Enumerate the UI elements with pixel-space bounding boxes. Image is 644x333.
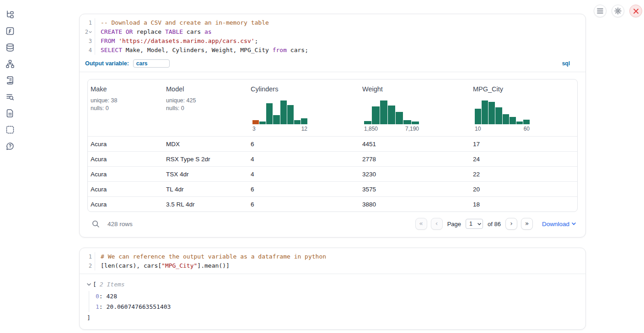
table-cell: 6 [248, 186, 360, 193]
histogram-bar [259, 122, 266, 124]
items-count-label: 2 Items [100, 281, 125, 288]
histogram-bar [482, 100, 488, 124]
histogram-bar [396, 112, 403, 124]
column-stats: unique: 425nulls: 0 [166, 97, 244, 112]
histogram-bar [266, 103, 273, 124]
code-text: -- Download a CSV and create an in-memor… [101, 18, 269, 27]
table-footer: 428 rows « ‹ Page 1 of 86 › » Download [87, 212, 578, 233]
chevrons-right-icon: » [525, 220, 529, 227]
code-line[interactable]: 2[len(cars), cars["MPG_City"].mean()] [80, 261, 585, 270]
table-row: AcuraMDX6445117 [88, 136, 577, 151]
histogram-bar [403, 120, 411, 124]
close-icon [633, 9, 639, 14]
item-value: 428 [106, 293, 117, 300]
download-button[interactable]: Download [542, 221, 576, 227]
code-line[interactable]: 2CREATE OR replace TABLE cars as [80, 27, 585, 37]
table-cell: TSX 4dr [163, 171, 248, 178]
table-cell: MDX [163, 141, 248, 148]
chevron-down-icon [87, 283, 91, 286]
code-line[interactable]: 1-- Download a CSV and create an in-memo… [80, 18, 585, 27]
histogram-bar [301, 118, 307, 124]
output-variable-input[interactable] [133, 59, 170, 68]
histogram-bar [287, 105, 294, 124]
histogram-bar [475, 109, 481, 124]
column-header-mpg_city[interactable]: MPG_City1060 [470, 79, 577, 136]
column-header-weight[interactable]: Weight1,8507,190 [360, 79, 470, 136]
histogram-min-label: 3 [252, 126, 256, 132]
logs-icon[interactable] [5, 92, 15, 101]
code-text: SELECT Make, Model, Cylinders, Weight, M… [101, 46, 308, 55]
chevron-left-icon: ‹ [435, 220, 438, 227]
close-button[interactable] [629, 5, 642, 17]
code-line[interactable]: 3FROM 'https://datasets.marimo.app/cars.… [80, 37, 585, 46]
table-header-row: Makeunique: 38nulls: 0Modelunique: 425nu… [88, 79, 577, 136]
column-header-make[interactable]: Makeunique: 38nulls: 0 [88, 79, 163, 136]
output-variable-row: Output variable: sql [80, 58, 585, 72]
search-icon[interactable] [92, 220, 100, 228]
menu-button[interactable] [594, 5, 606, 17]
list-item: 1: 20.060747663551403 [96, 301, 578, 312]
data-sources-icon[interactable] [5, 42, 15, 52]
list-collapse-toggle[interactable]: [2 Items [87, 281, 578, 288]
sql-cell: 1-- Download a CSV and create an in-memo… [79, 14, 586, 238]
histogram-bar [364, 121, 371, 124]
list-item: 0: 428 [96, 291, 578, 301]
table-cell: 22 [470, 171, 577, 178]
code-line[interactable]: 4SELECT Make, Model, Cylinders, Weight, … [80, 46, 585, 55]
histogram-max-label: 60 [524, 126, 530, 132]
output-variable-label: Output variable: [85, 60, 129, 67]
previous-page-button[interactable]: ‹ [431, 218, 443, 230]
page-label: Page [447, 221, 461, 227]
histogram-max-label: 12 [301, 126, 307, 132]
notebook-canvas: 1-- Download a CSV and create an in-memo… [79, 14, 586, 330]
sql-cell-output: Makeunique: 38nulls: 0Modelunique: 425nu… [80, 72, 585, 237]
help-icon[interactable] [5, 141, 15, 151]
table-cell: Acura [88, 156, 163, 163]
column-stats: unique: 38nulls: 0 [91, 97, 160, 112]
chevrons-left-icon: « [419, 220, 423, 227]
item-value: 20.060747663551403 [106, 303, 171, 310]
table-cell: Acura [88, 141, 163, 148]
settings-button[interactable] [612, 5, 624, 17]
sql-code-editor[interactable]: 1-- Download a CSV and create an in-memo… [80, 14, 585, 58]
table-cell: Acura [88, 171, 163, 178]
column-title: Weight [362, 85, 467, 93]
histogram-bar [523, 120, 530, 124]
code-text: FROM 'https://datasets.marimo.app/cars.c… [101, 37, 258, 46]
last-page-button[interactable]: » [521, 218, 533, 230]
line-number: 1 [80, 252, 95, 261]
table-row: AcuraRSX Type S 2dr4277824 [88, 151, 577, 166]
table-cell: 6 [248, 201, 360, 208]
column-header-model[interactable]: Modelunique: 425nulls: 0 [163, 79, 248, 136]
table-row: AcuraTL 4dr6357520 [88, 181, 577, 196]
table-cell: 4451 [360, 141, 470, 148]
table-cell: 4 [248, 171, 360, 178]
file-explorer-icon[interactable] [5, 10, 15, 19]
functions-icon[interactable] [5, 26, 15, 36]
sidebar [0, 0, 20, 333]
python-code-editor[interactable]: 1# We can reference the output variable … [80, 248, 585, 274]
line-number: 1 [80, 18, 95, 27]
fold-chevron-icon[interactable] [89, 31, 92, 33]
line-number: 2 [80, 27, 95, 37]
documentation-icon[interactable] [5, 108, 15, 118]
language-badge: sql [562, 60, 570, 67]
page-select[interactable]: 1 [466, 219, 483, 229]
table-cell: 18 [470, 201, 577, 208]
column-title: MPG_City [473, 85, 574, 93]
dependency-graph-icon[interactable] [5, 59, 15, 69]
scratchpad-icon[interactable] [5, 75, 15, 85]
column-histogram: 1060 [475, 100, 530, 132]
next-page-button[interactable]: › [505, 218, 517, 230]
table-cell: 3.5 RL 4dr [163, 201, 248, 208]
histogram-bar [488, 102, 495, 124]
histogram-bar [503, 114, 509, 124]
first-page-button[interactable]: « [415, 218, 427, 230]
python-cell: 1# We can reference the output variable … [79, 248, 586, 330]
histogram-bar [495, 107, 502, 124]
column-header-cylinders[interactable]: Cylinders312 [248, 79, 360, 136]
table-cell: RSX Type S 2dr [163, 156, 248, 163]
code-line[interactable]: 1# We can reference the output variable … [80, 252, 585, 261]
table-cell: 24 [470, 156, 577, 163]
snippets-icon[interactable] [5, 125, 15, 134]
